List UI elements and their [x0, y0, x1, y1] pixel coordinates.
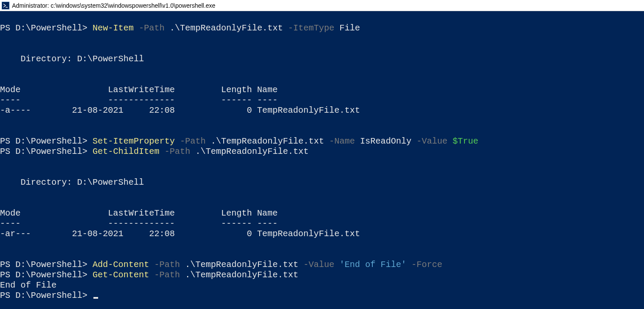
- string-literal: 'End of File': [339, 260, 406, 270]
- prompt: PS D:\PowerShell>: [0, 147, 93, 156]
- prompt: PS D:\PowerShell>: [0, 260, 93, 270]
- directory-line: Directory: D:\PowerShell: [0, 177, 144, 187]
- param: -Path: [139, 23, 165, 33]
- window-titlebar: Administrator: c:\windows\system32\windo…: [0, 0, 644, 11]
- table-header: Mode LastWriteTime Length Name: [0, 85, 278, 95]
- cmdlet: Get-ChildItem: [93, 147, 159, 156]
- arg: File: [334, 23, 360, 33]
- param: -Name: [329, 136, 355, 146]
- prompt: PS D:\PowerShell>: [0, 23, 93, 33]
- cursor: [93, 297, 98, 299]
- cmdlet: Add-Content: [93, 260, 149, 270]
- arg: .\TempReadonlyFile.txt: [165, 23, 288, 33]
- param: -Path: [154, 270, 180, 280]
- prompt: PS D:\PowerShell>: [0, 291, 93, 300]
- terminal-output[interactable]: PS D:\PowerShell> New-Item -Path .\TempR…: [0, 11, 644, 309]
- arg: .\TempReadonlyFile.txt: [190, 147, 309, 156]
- table-separator: ---- ------------- ------ ----: [0, 219, 278, 228]
- cmdlet: Get-Content: [93, 270, 149, 280]
- param: -Value: [416, 136, 447, 146]
- arg: IsReadOnly: [355, 136, 416, 146]
- table-header: Mode LastWriteTime Length Name: [0, 208, 278, 218]
- param: -Path: [165, 147, 190, 156]
- variable: $True: [452, 136, 478, 146]
- arg: .\TempReadonlyFile.txt: [180, 260, 303, 270]
- table-separator: ---- ------------- ------ ----: [0, 95, 278, 105]
- prompt: PS D:\PowerShell>: [0, 136, 93, 146]
- param: -Path: [180, 136, 206, 146]
- param: -Value: [303, 260, 334, 270]
- arg: .\TempReadonlyFile.txt: [206, 136, 329, 146]
- prompt: PS D:\PowerShell>: [0, 270, 93, 280]
- param: -Path: [154, 260, 180, 270]
- powershell-icon: [2, 2, 9, 9]
- table-row: -ar--- 21-08-2021 22:08 0 TempReadonlyFi…: [0, 229, 360, 239]
- output-line: End of File: [0, 280, 57, 290]
- window-title: Administrator: c:\windows\system32\windo…: [12, 2, 216, 9]
- cmdlet: Set-ItemProperty: [93, 136, 175, 146]
- table-row: -a---- 21-08-2021 22:08 0 TempReadonlyFi…: [0, 105, 360, 115]
- directory-line: Directory: D:\PowerShell: [0, 54, 144, 64]
- param: -Force: [411, 260, 442, 270]
- param: -ItemType: [288, 23, 334, 33]
- cmdlet: New-Item: [93, 23, 134, 33]
- arg: .\TempReadonlyFile.txt: [180, 270, 298, 280]
